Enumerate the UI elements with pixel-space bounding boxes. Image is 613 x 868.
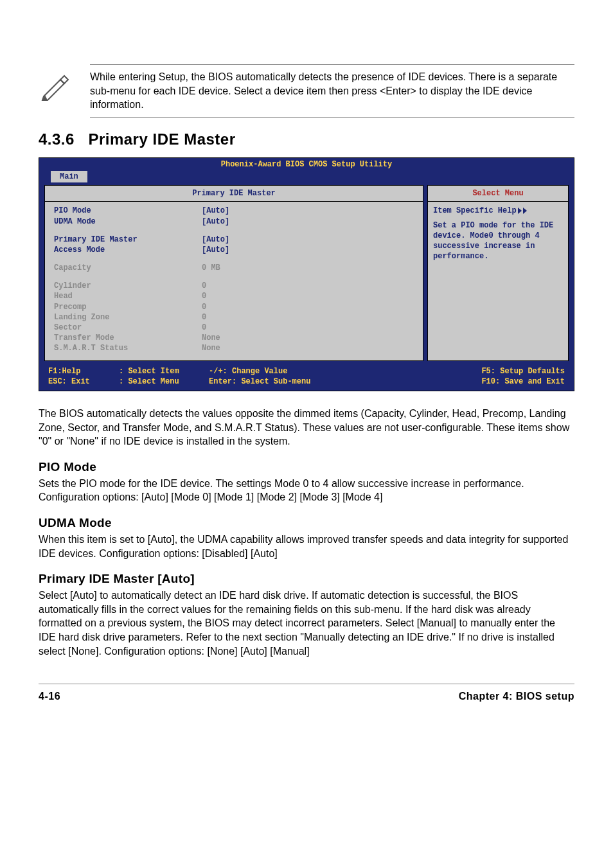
label: Head xyxy=(54,291,202,301)
value: 0 xyxy=(202,323,206,333)
bios-tab-main[interactable]: Main xyxy=(51,171,87,182)
value: 0 MB xyxy=(202,263,220,273)
heading-primary-ide-master: Primary IDE Master [Auto] xyxy=(39,572,574,586)
row-smart-status: S.M.A.R.T Status None xyxy=(54,343,416,353)
row-access-mode[interactable]: Access Mode [Auto] xyxy=(54,245,416,255)
row-transfer-mode: Transfer Mode None xyxy=(54,333,416,343)
label: PIO Mode xyxy=(54,206,202,216)
footer-select-item: : Select Item xyxy=(119,366,209,376)
row-pio-mode[interactable]: PIO Mode [Auto] xyxy=(54,206,416,216)
help-text: Set a PIO mode for the IDE device. Mode0… xyxy=(433,220,563,262)
value: [Auto] xyxy=(202,206,229,216)
value: None xyxy=(202,333,220,343)
bios-main-panel: Primary IDE Master PIO Mode [Auto] UDMA … xyxy=(44,185,423,360)
label: S.M.A.R.T Status xyxy=(54,343,202,353)
label: Cylinder xyxy=(54,281,202,291)
row-primary-ide-master[interactable]: Primary IDE Master [Auto] xyxy=(54,235,416,245)
row-landing-zone: Landing Zone 0 xyxy=(54,312,416,323)
label: Transfer Mode xyxy=(54,333,202,343)
label: UDMA Mode xyxy=(54,217,202,227)
label: Primary IDE Master xyxy=(54,235,202,245)
help-heading-text: Item Specific Help xyxy=(433,206,517,216)
value: None xyxy=(202,343,220,353)
spacer xyxy=(54,227,416,235)
footer-select-menu: : Select Menu xyxy=(119,376,209,387)
heading-pio-mode: PIO Mode xyxy=(39,460,574,474)
bios-footer: F1:Help ESC: Exit : Select Item : Select… xyxy=(39,365,574,391)
label: Precomp xyxy=(54,302,202,312)
section-heading: 4.3.6 Primary IDE Master xyxy=(39,130,574,148)
row-head: Head 0 xyxy=(54,291,416,301)
value: 0 xyxy=(202,291,206,301)
row-precomp: Precomp 0 xyxy=(54,302,416,312)
footer-enter: Enter: Select Sub-menu xyxy=(209,376,357,387)
heading-udma-mode: UDMA Mode xyxy=(39,516,574,530)
bios-tabs: Main xyxy=(39,171,574,185)
value: [Auto] xyxy=(202,217,229,227)
footer-esc: ESC: Exit xyxy=(48,376,119,387)
footer-change-value: -/+: Change Value xyxy=(209,366,357,376)
text-primary-ide-master: Select [Auto] to automatically detect an… xyxy=(39,589,574,658)
bios-screenshot: Phoenix-Award BIOS CMOS Setup Utility Ma… xyxy=(39,157,574,391)
bios-utility-title: Phoenix-Award BIOS CMOS Setup Utility xyxy=(39,158,574,171)
row-capacity: Capacity 0 MB xyxy=(54,263,416,273)
triangle-right-icon xyxy=(518,208,522,214)
bios-panel-title: Primary IDE Master xyxy=(45,186,423,202)
section-number: 4.3.6 xyxy=(39,130,75,148)
section-title: Primary IDE Master xyxy=(88,130,235,148)
note-text: While entering Setup, the BIOS automatic… xyxy=(90,64,574,118)
value: [Auto] xyxy=(202,235,229,245)
paragraph-intro: The BIOS automatically detects the value… xyxy=(39,407,574,448)
page-footer: 4-16 Chapter 4: BIOS setup xyxy=(39,684,574,702)
page-number: 4-16 xyxy=(39,691,60,702)
text-udma-mode: When this item is set to [Auto], the UDM… xyxy=(39,533,574,560)
value: 0 xyxy=(202,312,206,323)
row-cylinder: Cylinder 0 xyxy=(54,281,416,291)
row-udma-mode[interactable]: UDMA Mode [Auto] xyxy=(54,217,416,227)
footer-f10: F10: Save and Exit xyxy=(357,376,565,387)
footer-f5: F5: Setup Defaults xyxy=(357,366,565,376)
label: Access Mode xyxy=(54,245,202,255)
spacer xyxy=(54,273,416,281)
row-sector: Sector 0 xyxy=(54,323,416,333)
value: [Auto] xyxy=(202,245,229,255)
label: Capacity xyxy=(54,263,202,273)
bios-help-title: Select Menu xyxy=(428,186,568,202)
label: Landing Zone xyxy=(54,312,202,323)
help-heading: Item Specific Help xyxy=(433,206,563,216)
note-block: While entering Setup, the BIOS automatic… xyxy=(39,64,574,118)
footer-f1: F1:Help xyxy=(48,366,119,376)
label: Sector xyxy=(54,323,202,333)
spacer xyxy=(54,255,416,263)
triangle-right-icon xyxy=(523,208,527,214)
bios-help-panel: Select Menu Item Specific Help Set a PIO… xyxy=(427,185,569,360)
text-pio-mode: Sets the PIO mode for the IDE device. Th… xyxy=(39,477,574,504)
pencil-icon xyxy=(39,69,71,102)
chapter-label: Chapter 4: BIOS setup xyxy=(459,691,574,702)
value: 0 xyxy=(202,302,206,312)
value: 0 xyxy=(202,281,206,291)
